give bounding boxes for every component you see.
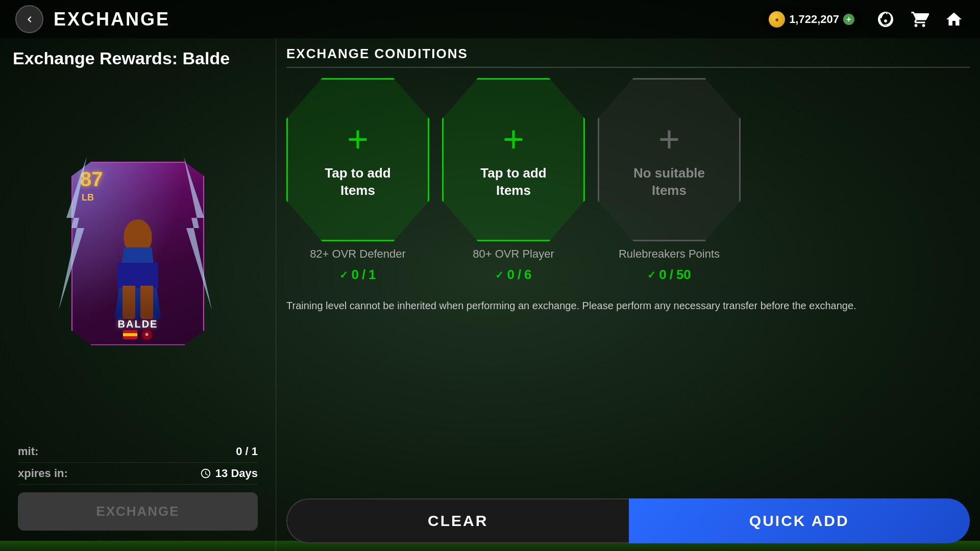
slot-label-2: 80+ OVR Player	[473, 247, 554, 261]
card-player-name: BALDE	[72, 318, 203, 330]
slot-progress-2: ✓ 0 / 6	[495, 267, 531, 283]
cart-icon[interactable]	[909, 9, 930, 30]
player-legs-left	[122, 286, 135, 319]
slot-progress-total-2: 6	[524, 267, 531, 283]
tap-text-2: Tap to addItems	[480, 165, 547, 199]
quick-add-button[interactable]: QUICK ADD	[629, 498, 970, 543]
home-icon[interactable]	[943, 9, 965, 30]
slot-label-1: 82+ OVR Defender	[310, 247, 406, 261]
expires-label: xpires in:	[18, 467, 68, 480]
target-svg-icon	[876, 10, 895, 29]
expires-row: xpires in: 13 Days	[18, 463, 258, 485]
conditions-title: EXCHANGE CONDITIONS	[286, 46, 970, 68]
clear-button[interactable]: CLEAR	[286, 498, 629, 543]
slot-progress-sep-2: /	[518, 267, 521, 283]
player-card: 87 LB BALDE	[71, 162, 204, 345]
right-panel: EXCHANGE CONDITIONS + Tap to addItems 82…	[276, 38, 980, 551]
plus-icon-2: +	[503, 120, 524, 157]
bottom-buttons: CLEAR QUICK ADD	[286, 498, 970, 543]
submit-label: mit:	[18, 445, 38, 458]
left-panel: Exchange Rewards: Balde	[0, 38, 276, 551]
submit-value: 0 / 1	[236, 445, 258, 458]
club-logo: B	[141, 329, 153, 340]
tap-text-3: No suitableItems	[633, 165, 705, 199]
exchange-slot-1: + Tap to addItems 82+ OVR Defender ✓ 0 /…	[286, 78, 429, 283]
reward-title-prefix: Exchange Rewards:	[13, 48, 183, 68]
check-icon-1: ✓	[339, 269, 348, 281]
slot-label-3: Rulebreakers Points	[619, 247, 720, 261]
lightning-left	[56, 157, 97, 310]
expires-days: 13 Days	[215, 467, 258, 480]
player-figure	[94, 207, 181, 319]
main-content: Exchange Rewards: Balde	[0, 38, 980, 551]
plus-icon-3: +	[658, 120, 680, 157]
tap-text-1: Tap to addItems	[325, 165, 391, 199]
slot-progress-current-1: 0	[351, 267, 358, 283]
header-right: ● 1,722,207 +	[761, 7, 965, 32]
player-shorts	[117, 263, 158, 288]
slots-container: + Tap to addItems 82+ OVR Defender ✓ 0 /…	[286, 78, 970, 283]
plus-icon-1: +	[347, 120, 369, 157]
slot-progress-sep-1: /	[362, 267, 365, 283]
player-legs-right	[140, 286, 153, 319]
slot-progress-current-2: 0	[507, 267, 514, 283]
slot-progress-total-3: 50	[676, 267, 691, 283]
header-bar: EXCHANGE ● 1,722,207 +	[0, 0, 980, 38]
add-coins-button[interactable]: +	[843, 14, 854, 25]
slot-progress-3: ✓ 0 / 50	[647, 267, 691, 283]
coin-amount: 1,722,207	[789, 13, 839, 26]
reward-player-name: Balde	[183, 48, 230, 68]
target-icon[interactable]	[875, 9, 896, 30]
page-title: EXCHANGE	[54, 9, 170, 30]
left-info-section: mit: 0 / 1 xpires in: 13 Days EXCHANGE	[13, 441, 263, 541]
notice-text: Training level cannot be inherited when …	[286, 293, 970, 498]
clock-icon	[200, 468, 211, 479]
slot-progress-sep-3: /	[670, 267, 673, 283]
card-flags: B	[123, 329, 153, 340]
coin-display: ● 1,722,207 +	[761, 7, 862, 32]
slot-progress-1: ✓ 0 / 1	[339, 267, 376, 283]
check-icon-3: ✓	[647, 269, 656, 281]
slot-progress-current-3: 0	[659, 267, 666, 283]
slot-hexagon-2[interactable]: + Tap to addItems	[442, 78, 585, 241]
back-arrow-icon	[23, 13, 36, 26]
slot-hexagon-1[interactable]: + Tap to addItems	[286, 78, 429, 241]
slot-progress-total-1: 1	[369, 267, 376, 283]
flag-spain	[123, 330, 137, 339]
slot-hex-border-3: + No suitableItems	[598, 78, 741, 241]
expires-value: 13 Days	[200, 467, 258, 480]
back-button[interactable]	[15, 5, 43, 33]
exchange-slot-3: + No suitableItems Rulebreakers Points ✓…	[598, 78, 741, 283]
check-icon-2: ✓	[495, 269, 504, 281]
coin-icon: ●	[769, 11, 785, 28]
slot-hex-border-2: + Tap to addItems	[442, 78, 585, 241]
cart-svg-icon	[911, 10, 929, 29]
slot-hexagon-3[interactable]: + No suitableItems	[598, 78, 741, 241]
home-svg-icon	[945, 10, 963, 29]
exchange-button-left[interactable]: EXCHANGE	[18, 492, 258, 531]
slot-hex-border-1: + Tap to addItems	[286, 78, 429, 241]
header-left: EXCHANGE	[15, 5, 170, 33]
player-card-container: 87 LB BALDE	[13, 66, 263, 441]
lightning-right	[174, 157, 214, 310]
exchange-slot-2: + Tap to addItems 80+ OVR Player ✓ 0 / 6	[442, 78, 585, 283]
submit-row: mit: 0 / 1	[18, 441, 258, 463]
